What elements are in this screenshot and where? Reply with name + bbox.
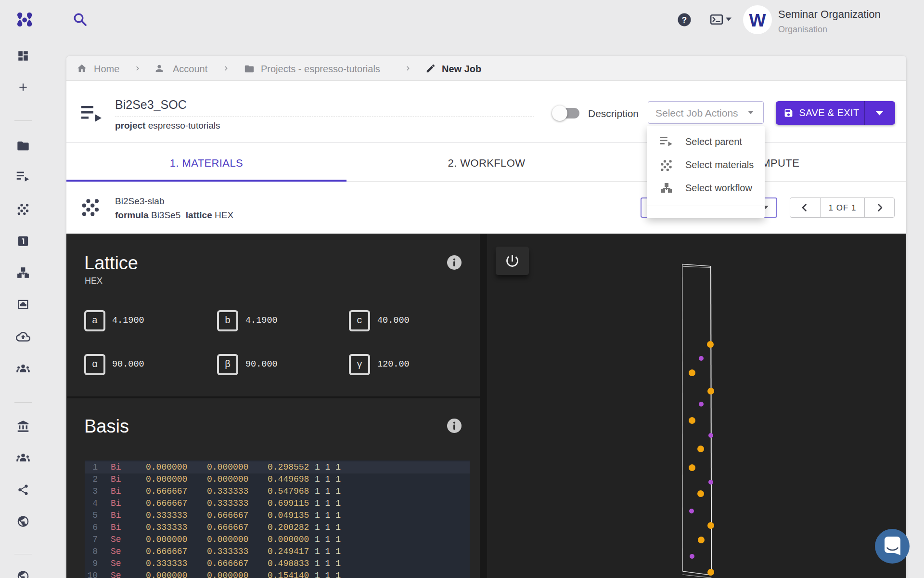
svg-text:?: ? [682,15,687,25]
